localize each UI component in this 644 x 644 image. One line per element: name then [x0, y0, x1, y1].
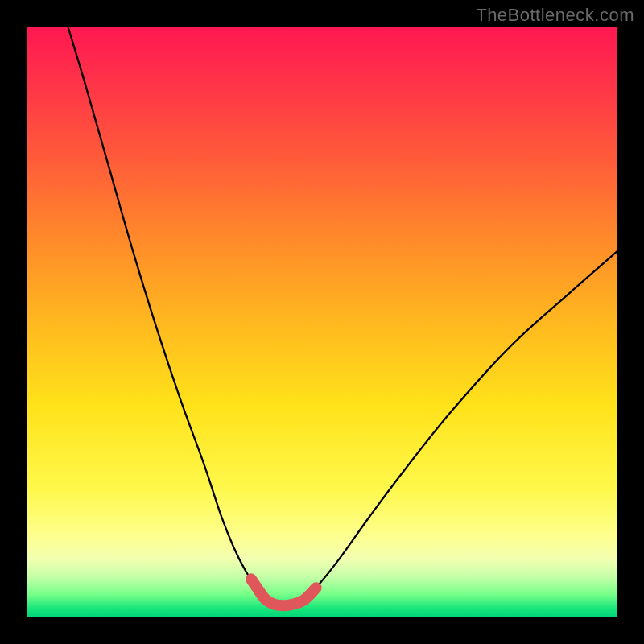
chart-frame: TheBottleneck.com — [0, 0, 644, 644]
plot-area — [27, 27, 617, 617]
chart-svg — [27, 27, 617, 617]
bottleneck-curve-path — [68, 27, 617, 605]
highlight-band-path — [251, 579, 316, 605]
watermark-text: TheBottleneck.com — [476, 5, 634, 26]
